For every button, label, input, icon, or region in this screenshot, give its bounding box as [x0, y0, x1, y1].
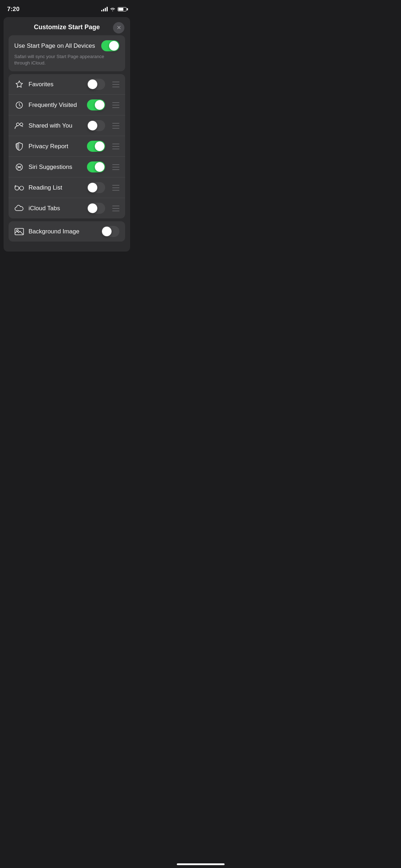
sheet-header: Customize Start Page ✕: [4, 17, 130, 35]
clock-icon: [14, 100, 24, 110]
svg-point-6: [15, 186, 19, 190]
sync-label: Use Start Page on All Devices: [14, 42, 95, 50]
status-time: 7:20: [7, 6, 20, 13]
svg-point-7: [20, 186, 24, 190]
privacy-report-label: Privacy Report: [29, 143, 83, 150]
sync-section: Use Start Page on All Devices Safari wil…: [9, 35, 125, 71]
sync-subtitle: Safari will sync your Start Page appeara…: [14, 53, 119, 66]
reading-list-toggle[interactable]: [87, 182, 105, 193]
signal-bars-icon: [101, 7, 108, 11]
shared-with-you-label: Shared with You: [29, 122, 83, 129]
battery-icon: [118, 7, 127, 11]
privacy-report-drag-handle[interactable]: [112, 144, 119, 149]
siri-suggestions-label: Siri Suggestions: [29, 164, 83, 171]
icloud-tabs-toggle[interactable]: [87, 203, 105, 214]
background-image-toggle[interactable]: [101, 226, 119, 237]
icloud-tabs-drag-handle[interactable]: [112, 206, 119, 211]
siri-suggestions-drag-handle[interactable]: [112, 164, 119, 170]
list-item: Siri Suggestions: [9, 157, 125, 177]
frequently-visited-label: Frequently Visited: [29, 102, 83, 109]
image-icon: [14, 227, 24, 237]
cloud-icon: [14, 203, 24, 213]
icloud-tabs-label: iCloud Tabs: [29, 205, 83, 212]
status-icons: [101, 7, 127, 11]
shared-with-you-drag-handle[interactable]: [112, 123, 119, 129]
shield-icon: [14, 141, 24, 151]
background-image-label: Background Image: [29, 228, 97, 235]
customize-sheet: Customize Start Page ✕ Use Start Page on…: [4, 17, 130, 252]
sheet-title: Customize Start Page: [34, 24, 100, 31]
svg-point-1: [16, 123, 19, 126]
favorites-label: Favorites: [29, 81, 83, 88]
items-section: Favorites Frequently Visited: [9, 74, 125, 218]
list-item: iCloud Tabs: [9, 198, 125, 218]
close-button[interactable]: ✕: [113, 22, 124, 33]
list-item: Shared with You: [9, 115, 125, 136]
favorites-drag-handle[interactable]: [112, 82, 119, 87]
siri-icon: [14, 162, 24, 172]
close-icon: ✕: [117, 25, 121, 31]
siri-suggestions-toggle[interactable]: [87, 161, 105, 172]
sync-row: Use Start Page on All Devices: [14, 40, 119, 51]
sync-toggle[interactable]: [101, 40, 119, 51]
frequently-visited-toggle[interactable]: [87, 99, 105, 110]
privacy-report-toggle[interactable]: [87, 141, 105, 152]
status-bar: 7:20: [0, 0, 134, 16]
list-item: Privacy Report: [9, 136, 125, 157]
star-icon: [14, 79, 24, 89]
wifi-icon: [110, 7, 115, 11]
list-item: Favorites: [9, 74, 125, 95]
background-image-section: Background Image: [9, 221, 125, 242]
reading-list-drag-handle[interactable]: [112, 185, 119, 191]
list-item: Reading List: [9, 177, 125, 198]
list-item: Frequently Visited: [9, 95, 125, 115]
favorites-toggle[interactable]: [87, 79, 105, 90]
shared-icon: [14, 121, 24, 131]
frequently-visited-drag-handle[interactable]: [112, 102, 119, 108]
glasses-icon: [14, 183, 24, 193]
reading-list-label: Reading List: [29, 184, 83, 191]
shared-with-you-toggle[interactable]: [87, 120, 105, 131]
list-item: Background Image: [9, 221, 125, 242]
svg-point-2: [20, 123, 23, 126]
